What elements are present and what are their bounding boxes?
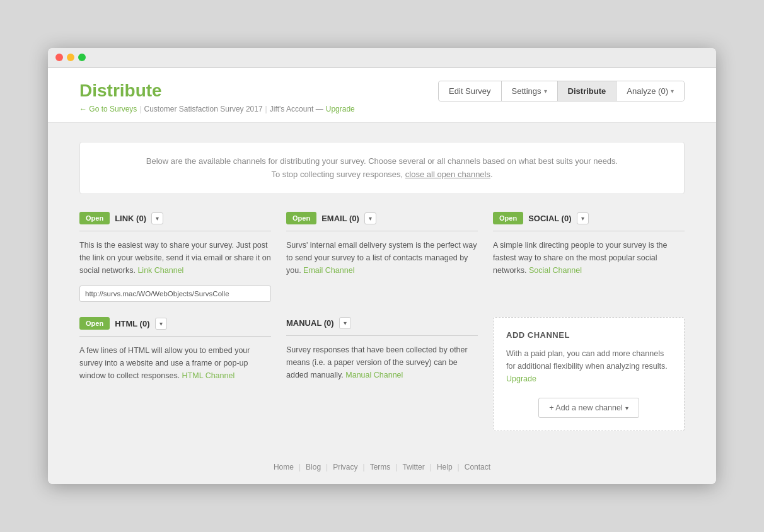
link-open-badge[interactable]: Open <box>79 212 110 224</box>
settings-chevron-icon: ▾ <box>544 88 547 95</box>
app-window: Distribute ← Go to Surveys | Customer Sa… <box>48 48 716 485</box>
upgrade-link[interactable]: Upgrade <box>326 105 355 113</box>
add-channel-card: ADD CHANNEL With a paid plan, you can ad… <box>493 317 685 431</box>
link-channel-name: LINK (0) <box>115 214 146 223</box>
analyze-label: Analyze (0) <box>627 86 668 96</box>
header-left: Distribute ← Go to Surveys | Customer Sa… <box>79 81 355 113</box>
manual-channel-header: MANUAL (0) ▾ <box>286 317 478 336</box>
add-channel-title: ADD CHANNEL <box>506 330 671 340</box>
html-dropdown-button[interactable]: ▾ <box>155 318 167 330</box>
email-channel-name: EMAIL (0) <box>321 214 359 223</box>
social-dropdown-button[interactable]: ▾ <box>577 212 589 224</box>
header: Distribute ← Go to Surveys | Customer Sa… <box>48 68 716 123</box>
social-channel-name: SOCIAL (0) <box>528 214 571 223</box>
manual-channel-card: MANUAL (0) ▾ Survey responses that have … <box>286 317 478 431</box>
page-title: Distribute <box>79 81 355 101</box>
account-label: Jift's Account — <box>270 105 323 113</box>
manual-channel-desc: Survey responses that have been collecte… <box>286 344 478 381</box>
email-channel-card: Open EMAIL (0) ▾ Survs' internal email d… <box>286 212 478 302</box>
fullscreen-button[interactable] <box>78 54 86 61</box>
footer-blog-link[interactable]: Blog <box>306 463 321 471</box>
info-line1: Below are the available channels for dis… <box>93 155 671 168</box>
settings-button[interactable]: Settings ▾ <box>502 81 558 101</box>
footer: Home | Blog | Privacy | Terms | Twitter … <box>48 450 716 484</box>
titlebar <box>48 48 716 68</box>
manual-dropdown-button[interactable]: ▾ <box>339 317 351 329</box>
nav-buttons: Edit Survey Settings ▾ Distribute Analyz… <box>438 81 685 101</box>
footer-help-link[interactable]: Help <box>437 463 453 471</box>
add-channel-chevron-icon: ▾ <box>625 405 628 412</box>
distribute-button[interactable]: Distribute <box>558 81 617 101</box>
breadcrumb-sep-2: | <box>265 105 267 113</box>
email-channel-link[interactable]: Email Channel <box>303 266 354 275</box>
html-open-badge[interactable]: Open <box>79 317 110 330</box>
link-channel-desc: This is the easiest way to share your su… <box>79 239 271 277</box>
manual-channel-name: MANUAL (0) <box>286 318 334 328</box>
link-channel-header: Open LINK (0) ▾ <box>79 212 271 231</box>
breadcrumb: ← Go to Surveys | Customer Satisfaction … <box>79 105 355 113</box>
footer-links: Home | Blog | Privacy | Terms | Twitter … <box>61 463 703 471</box>
email-open-badge[interactable]: Open <box>286 212 316 224</box>
footer-twitter-link[interactable]: Twitter <box>402 463 424 471</box>
main-content: Below are the available channels for dis… <box>48 123 716 451</box>
email-dropdown-button[interactable]: ▾ <box>364 212 376 224</box>
link-channel-link[interactable]: Link Channel <box>137 266 183 275</box>
manual-channel-link[interactable]: Manual Channel <box>345 371 403 379</box>
close-button[interactable] <box>55 54 63 61</box>
html-channel-desc: A few lines of HTML will allow you to em… <box>79 344 271 382</box>
info-line2: To stop collecting survey responses, clo… <box>93 168 671 182</box>
info-box: Below are the available channels for dis… <box>79 142 685 195</box>
link-url-input[interactable] <box>79 286 271 302</box>
add-channel-button-label: + Add a new channel <box>549 403 622 412</box>
traffic-lights <box>55 54 86 61</box>
social-channel-card: Open SOCIAL (0) ▾ A simple link directin… <box>493 212 685 302</box>
analyze-chevron-icon: ▾ <box>671 88 674 95</box>
breadcrumb-sep-1: | <box>139 105 141 113</box>
html-channel-link[interactable]: HTML Channel <box>182 371 235 380</box>
link-dropdown-button[interactable]: ▾ <box>151 212 163 224</box>
back-to-surveys-link[interactable]: ← Go to Surveys <box>79 105 137 113</box>
add-channel-upgrade-link[interactable]: Upgrade <box>506 374 536 383</box>
close-channels-link[interactable]: close all open channels <box>405 170 490 179</box>
channels-grid: Open LINK (0) ▾ This is the easiest way … <box>79 212 685 431</box>
footer-home-link[interactable]: Home <box>274 463 294 471</box>
analyze-button[interactable]: Analyze (0) ▾ <box>616 81 684 101</box>
minimize-button[interactable] <box>67 54 74 61</box>
settings-label: Settings <box>512 86 541 96</box>
link-channel-card: Open LINK (0) ▾ This is the easiest way … <box>79 212 271 302</box>
email-channel-header: Open EMAIL (0) ▾ <box>286 212 478 231</box>
email-channel-desc: Survs' internal email delivery system is… <box>286 239 478 277</box>
html-channel-header: Open HTML (0) ▾ <box>79 317 271 337</box>
footer-terms-link[interactable]: Terms <box>370 463 391 471</box>
social-channel-desc: A simple link directing people to your s… <box>493 239 685 277</box>
footer-contact-link[interactable]: Contact <box>465 463 490 471</box>
html-channel-card: Open HTML (0) ▾ A few lines of HTML will… <box>79 317 271 431</box>
html-channel-name: HTML (0) <box>115 319 149 328</box>
social-open-badge[interactable]: Open <box>493 212 523 224</box>
survey-name: Customer Satisfaction Survey 2017 <box>144 105 263 113</box>
add-channel-button[interactable]: + Add a new channel ▾ <box>538 398 639 418</box>
social-channel-header: Open SOCIAL (0) ▾ <box>493 212 685 231</box>
social-channel-link[interactable]: Social Channel <box>529 266 582 275</box>
add-channel-desc: With a paid plan, you can add more chann… <box>506 347 671 385</box>
footer-privacy-link[interactable]: Privacy <box>333 463 357 471</box>
edit-survey-button[interactable]: Edit Survey <box>439 81 501 101</box>
